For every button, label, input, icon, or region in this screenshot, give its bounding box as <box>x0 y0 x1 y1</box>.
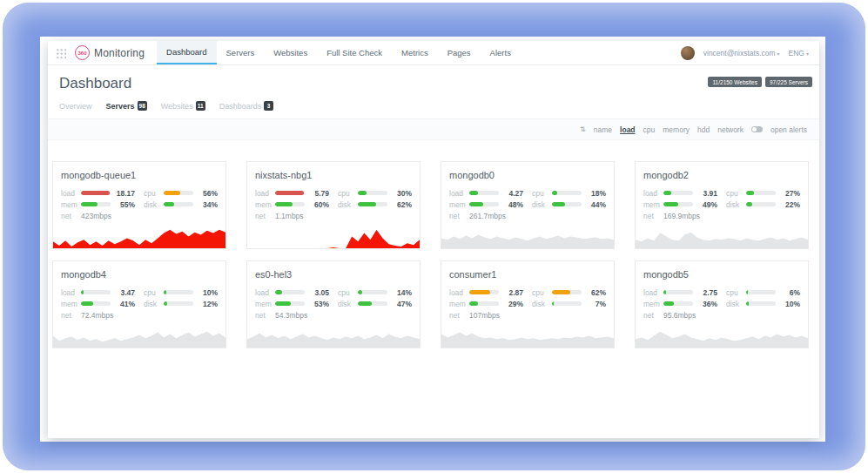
mem-label: mem <box>255 300 272 308</box>
subtab-label: Dashboards <box>219 102 262 111</box>
disk-metric: disk 34% <box>144 199 218 210</box>
net-value: 95.6mbps <box>663 311 696 320</box>
disk-bar <box>358 301 387 306</box>
open-alerts-toggle-icon[interactable] <box>751 126 763 132</box>
load-value: 4.27 <box>502 189 523 198</box>
sort-by-network[interactable]: network <box>717 125 744 134</box>
tab-websites[interactable]: Websites <box>264 41 317 64</box>
server-card[interactable]: mongodb0 load 4.27 mem 48% net 261.7mbps <box>441 161 615 249</box>
net-metric: net 72.4mbps <box>61 309 135 321</box>
disk-label: disk <box>726 200 743 209</box>
subtab-overview[interactable]: Overview <box>59 102 92 111</box>
load-bar <box>663 290 693 294</box>
websites-status-badge: 11/2150 Websites <box>708 77 761 87</box>
load-bar <box>81 290 111 294</box>
user-avatar[interactable] <box>681 46 695 60</box>
net-label: net <box>643 311 660 320</box>
logo[interactable]: 360 Monitoring <box>71 41 157 64</box>
net-metric: net 423mbps <box>61 210 135 221</box>
cpu-value: 6% <box>779 288 800 297</box>
net-label: net <box>449 212 466 220</box>
server-card[interactable]: mongodb-queue1 load 18.17 mem 55% net 42… <box>52 161 226 249</box>
open-alerts-label[interactable]: open alerts <box>770 125 807 134</box>
load-value: 2.75 <box>696 288 717 297</box>
subtab-websites[interactable]: Websites 11 <box>161 101 205 111</box>
load-bar <box>469 290 499 294</box>
cpu-value: 27% <box>779 189 800 198</box>
nav-tabs: Dashboard Servers Websites Full Site Che… <box>157 41 521 64</box>
net-value: 423mbps <box>81 212 111 220</box>
mem-bar <box>81 202 111 206</box>
metrics-left-column: load 3.91 mem 49% net 169.9mbps <box>643 187 717 221</box>
subtab-servers[interactable]: Servers 98 <box>106 101 147 111</box>
cpu-bar-fill <box>164 191 180 195</box>
disk-bar-fill <box>358 202 376 206</box>
disk-bar-fill <box>552 202 565 206</box>
disk-bar-fill <box>746 202 752 206</box>
mem-value: 41% <box>114 300 135 308</box>
server-card[interactable]: mongodb4 load 3.47 mem 41% net 72.4mbps <box>52 260 226 348</box>
tab-metrics[interactable]: Metrics <box>392 41 438 64</box>
load-value: 2.87 <box>502 288 523 297</box>
cpu-value: 56% <box>197 189 218 198</box>
server-card[interactable]: consumer1 load 2.87 mem 29% net 107mbps <box>441 260 615 348</box>
disk-bar-fill <box>164 202 174 206</box>
mem-bar-fill <box>663 301 674 306</box>
cpu-metric: cpu 56% <box>144 187 218 199</box>
server-card[interactable]: es0-hel3 load 3.05 mem 53% net 54.3mbps <box>246 260 421 348</box>
logo-text: Monitoring <box>94 47 145 59</box>
metrics-right-column: cpu 62% disk 7% <box>532 287 606 321</box>
metrics-left-column: load 3.05 mem 53% net 54.3mbps <box>255 287 329 321</box>
tab-pages[interactable]: Pages <box>438 41 481 64</box>
server-name: mongodb5 <box>636 261 808 280</box>
logo-360-icon: 360 <box>75 45 90 60</box>
server-card[interactable]: mongodb2 load 3.91 mem 49% net 169.9mbps <box>635 161 809 249</box>
load-value: 5.79 <box>308 189 329 198</box>
status-badges: 11/2150 Websites 97/225 Servers <box>708 75 812 87</box>
sort-by-hdd[interactable]: hdd <box>697 125 710 134</box>
cpu-bar-fill <box>358 290 362 294</box>
server-card[interactable]: nixstats-nbg1 load 5.79 mem 60% net 1.1m… <box>246 161 421 249</box>
cpu-bar <box>746 290 776 294</box>
cpu-bar-fill <box>552 290 570 294</box>
disk-metric: disk 12% <box>144 298 218 309</box>
cpu-bar <box>552 191 582 195</box>
language-selector[interactable]: ENG▾ <box>789 49 809 57</box>
mem-metric: mem 55% <box>61 199 135 210</box>
load-label: load <box>449 189 466 198</box>
cpu-label: cpu <box>144 288 160 297</box>
network-sparkline-chart <box>247 223 420 248</box>
app-launcher-icon[interactable] <box>56 48 66 58</box>
sort-by-cpu[interactable]: cpu <box>643 125 656 134</box>
load-bar <box>275 290 305 294</box>
sort-by-memory[interactable]: memory <box>663 125 690 134</box>
mem-value: 36% <box>696 300 717 308</box>
subtab-dashboards[interactable]: Dashboards 3 <box>219 101 274 111</box>
disk-metric: disk 62% <box>338 199 412 210</box>
metrics: load 3.47 mem 41% net 72.4mbps cpu <box>53 280 225 321</box>
load-bar-fill <box>81 191 110 195</box>
disk-value: 7% <box>585 300 606 308</box>
page-header: Dashboard 11/2150 Websites 97/225 Server… <box>48 65 819 92</box>
mem-bar-fill <box>663 202 678 206</box>
mem-label: mem <box>449 200 466 209</box>
metrics-left-column: load 5.79 mem 60% net 1.1mbps <box>255 187 329 221</box>
mem-bar <box>469 202 499 206</box>
tab-servers[interactable]: Servers <box>217 41 265 64</box>
disk-metric: disk 7% <box>532 298 606 309</box>
tab-dashboard[interactable]: Dashboard <box>157 41 216 64</box>
disk-metric: disk 10% <box>726 298 800 309</box>
server-card[interactable]: mongodb5 load 2.75 mem 36% net 95.6mbps <box>635 260 809 348</box>
load-label: load <box>61 288 77 297</box>
tab-alerts[interactable]: Alerts <box>481 41 521 64</box>
mem-label: mem <box>643 300 660 308</box>
sort-by-name[interactable]: name <box>594 125 612 134</box>
sort-by-load[interactable]: load <box>620 125 635 134</box>
user-menu[interactable]: vincent@nixstats.com▾ <box>703 49 780 57</box>
mem-bar-fill <box>275 202 293 206</box>
cpu-bar <box>358 290 387 294</box>
metrics-right-column: cpu 10% disk 12% <box>144 287 218 321</box>
tab-full-site-check[interactable]: Full Site Check <box>317 41 392 64</box>
count-badge: 11 <box>196 101 205 111</box>
load-metric: load 3.05 <box>255 287 329 298</box>
